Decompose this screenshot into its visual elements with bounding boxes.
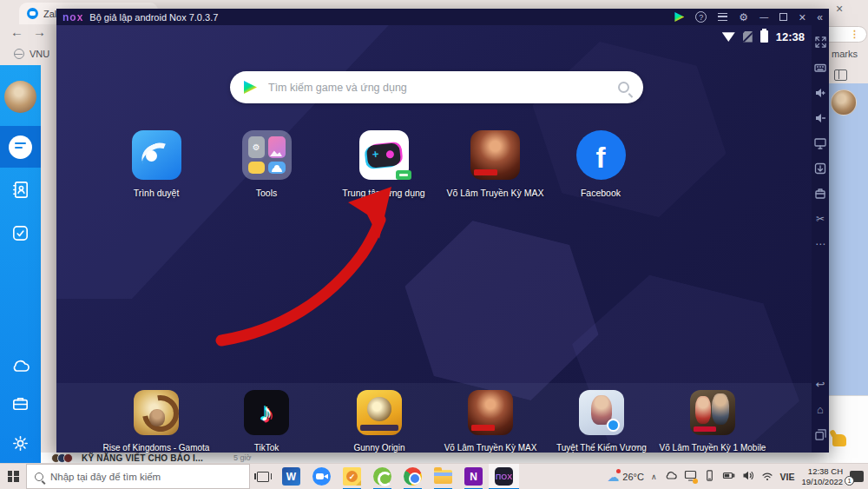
dock-gunny-origin[interactable]: Gunny Origin (332, 390, 427, 453)
weather-widget[interactable]: ☁ 26°C (607, 471, 644, 483)
browser-back-button[interactable]: ← (10, 24, 23, 39)
group-avatar (51, 453, 74, 463)
start-button[interactable] (0, 464, 26, 489)
collapse-toolbar-icon[interactable]: « (817, 12, 823, 23)
sidebar-item-chats[interactable] (0, 126, 41, 168)
taskbar-zoom[interactable] (306, 464, 337, 489)
taskbar-file-explorer[interactable] (428, 464, 458, 489)
dock-tuyet-the-kiem-vuong[interactable]: Tuyệt Thế Kiếm Vương (547, 390, 656, 453)
display-tray-icon[interactable] (684, 469, 697, 485)
browser-forward-button[interactable]: → (33, 24, 46, 39)
taskbar-chrome[interactable] (398, 464, 428, 489)
facebook-icon: f (576, 130, 626, 180)
dock-rise-of-kingdoms[interactable]: Rise of Kingdoms - Gamota (102, 390, 211, 453)
zalo-favicon (27, 8, 38, 19)
speaker-tray-icon[interactable] (742, 469, 754, 485)
nox-logo: nox (62, 11, 83, 23)
status-time: 12:38 (776, 30, 805, 43)
keyboard-icon[interactable] (812, 55, 829, 80)
minimize-button[interactable]: — (760, 13, 768, 22)
dock-vo-lam-truyen-ky-max[interactable]: Võ Lâm Truyền Kỳ MAX (436, 390, 545, 453)
help-icon[interactable]: ? (695, 11, 707, 23)
word-icon: W (282, 467, 300, 486)
system-tray: ☁ 26°C ∧ VIE 12:38 CH 19/10/2022 (607, 466, 868, 487)
chat-item-title: KỸ NĂNG VIẾT CHO BÁO I... (82, 453, 203, 463)
google-play-icon[interactable] (674, 12, 684, 22)
zalo-chat-background (829, 83, 868, 395)
taskbar-onenote[interactable]: N (458, 464, 489, 489)
device-tray-icon[interactable] (704, 469, 715, 485)
thumbs-up-icon[interactable] (832, 434, 846, 446)
nox-titlebar[interactable]: nox Bộ giả lập android Nox 7.0.3.7 ? ⚙ —… (56, 9, 829, 25)
sidebar-item-settings[interactable] (0, 428, 41, 458)
taskbar-sticky-notes[interactable]: ✓ (337, 464, 367, 489)
nox-window-title: Bộ giả lập android Nox 7.0.3.7 (89, 12, 218, 23)
weather-alert-dot (616, 469, 621, 473)
side-panel-icon[interactable] (834, 69, 847, 81)
maximize-button[interactable] (779, 13, 787, 21)
search-input[interactable] (268, 82, 607, 94)
sidebar-item-cloud[interactable] (0, 352, 41, 381)
scissors-icon[interactable]: ✂ (812, 206, 829, 231)
tray-expand-chevron[interactable]: ∧ (651, 472, 657, 481)
file-explorer-icon (434, 470, 452, 484)
close-button[interactable]: × (799, 11, 806, 23)
app-facebook[interactable]: f Facebook (553, 130, 648, 198)
checkbox-icon (10, 223, 30, 243)
apk-install-icon[interactable] (812, 155, 829, 181)
chrome-icon (404, 467, 422, 486)
zalo-user-avatar[interactable] (4, 81, 36, 113)
bookmark-vnu[interactable]: VNU (14, 49, 49, 59)
globe-icon (14, 49, 24, 59)
sidebar-item-todo[interactable] (0, 218, 41, 248)
task-view-button[interactable] (250, 464, 276, 489)
volume-down-icon[interactable] (812, 105, 829, 130)
sticky-notes-icon: ✓ (343, 467, 361, 486)
android-back-icon[interactable]: ↩ (812, 372, 829, 397)
language-indicator[interactable]: VIE (780, 472, 795, 482)
menu-icon[interactable] (718, 13, 727, 21)
sidebar-item-toolkit[interactable] (0, 388, 41, 418)
more-icon[interactable]: ⋯ (812, 231, 829, 256)
dock-tiktok[interactable]: ♪ TikTok (219, 390, 314, 453)
sidebar-item-contacts[interactable] (0, 175, 41, 204)
nox-side-toolbar: ✂ ⋯ ↩ ⌂ (812, 25, 829, 453)
app-trung-tam-ung-dung[interactable]: Trung tâm ứng dụng (332, 130, 436, 198)
fullscreen-icon[interactable] (812, 30, 829, 55)
clock[interactable]: 12:38 CH 19/10/2022 (801, 466, 843, 487)
app-vo-lam-truyen-ky-max[interactable]: AD Võ Lâm Truyền Kỳ MAX (437, 130, 554, 198)
zalo-contact-avatar[interactable] (831, 89, 857, 116)
taskbar-search[interactable] (26, 464, 250, 489)
volume-up-icon[interactable] (812, 80, 829, 105)
nox-emulator-window: nox Bộ giả lập android Nox 7.0.3.7 ? ⚙ —… (56, 9, 829, 453)
onedrive-icon[interactable] (664, 469, 677, 485)
taskbar-nox[interactable]: ΠΟX (489, 464, 519, 489)
play-search-bar[interactable] (230, 71, 643, 103)
vltk-max-icon (468, 390, 513, 435)
app-tools[interactable]: ⚙ Tools (219, 130, 314, 198)
settings-gear-icon[interactable]: ⚙ (739, 12, 748, 23)
zalo-message-input-area[interactable] (829, 395, 868, 463)
zalo-chat-list-item[interactable]: KỸ NĂNG VIẾT CHO BÁO I... 5 giờ (41, 453, 829, 463)
cloud-icon (10, 356, 31, 377)
android-home-icon[interactable]: ⌂ (812, 397, 829, 422)
dock-vo-lam-truyen-ky-1-mobile[interactable]: Võ Lâm Truyền Kỳ 1 Mobile (655, 390, 770, 453)
app-trinh-duyet[interactable]: Trình duyệt (108, 130, 204, 198)
extension-dots-icon: ⋮ (850, 29, 859, 40)
browser-app-icon (132, 130, 181, 180)
action-center-icon[interactable]: 1 (850, 471, 864, 482)
android-recents-icon[interactable] (812, 422, 829, 447)
taskbar-search-input[interactable] (50, 472, 241, 482)
wifi-icon (722, 31, 735, 42)
taskbar-word[interactable]: W (276, 464, 306, 489)
green-badge (396, 170, 411, 180)
battery-tray-icon[interactable] (722, 469, 735, 485)
browser-close-icon[interactable]: × (836, 2, 843, 16)
notification-count-badge: 1 (845, 476, 854, 486)
virtual-screen-icon[interactable] (812, 130, 829, 155)
search-icon (35, 472, 43, 481)
network-tray-icon[interactable] (761, 469, 773, 485)
vltk-max-icon: AD (470, 130, 520, 180)
taskbar-camtasia[interactable] (367, 464, 398, 489)
shared-folder-icon[interactable] (812, 181, 829, 206)
